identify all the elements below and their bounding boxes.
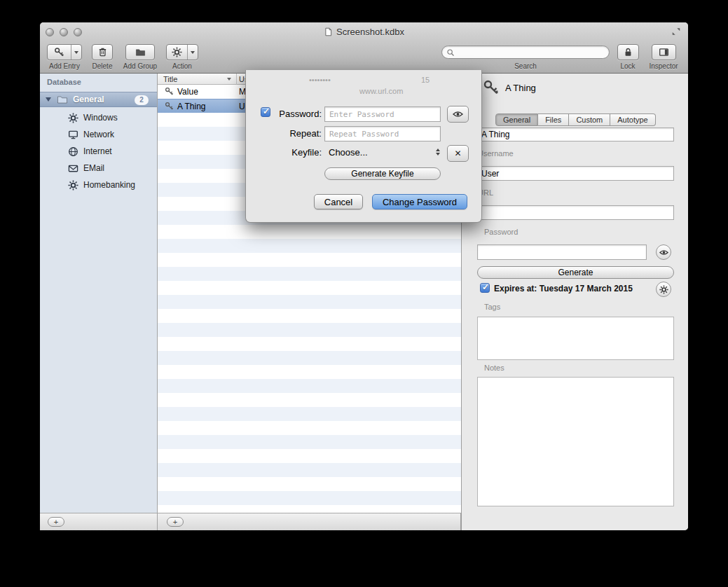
sidebar-item-network[interactable]: Network [40,126,157,143]
tab-files[interactable]: Files [538,113,569,126]
group-label: EMail [83,163,104,173]
inspector-tabs: General Files Custom Autotype [495,113,656,126]
search-field[interactable] [441,46,610,59]
inspector-button[interactable] [652,44,676,60]
action-label: Action [158,62,207,70]
gear-icon [167,45,187,60]
delete-button[interactable] [92,44,113,60]
new-password-input[interactable] [324,106,441,122]
eye-icon [659,248,668,257]
sidebar-item-homebanking[interactable]: Homebanking [40,177,157,193]
window-title: Screenshot.kdbx [336,27,404,37]
search-icon [446,48,455,57]
tags-field[interactable] [477,317,674,360]
password-label: Password [484,228,518,236]
folder-plus-icon [126,45,154,60]
column-divider[interactable] [236,74,237,85]
generate-password-button[interactable]: Generate [477,266,674,279]
disclosure-triangle-icon[interactable] [46,97,51,102]
key-icon [165,87,174,96]
sidebar-footer: + [40,513,158,530]
reveal-password-button[interactable] [447,106,469,123]
popup-stepper-icon[interactable] [436,149,440,156]
entry-title: A Thing [177,102,205,111]
notes-field[interactable] [477,377,674,506]
sort-indicator-icon [227,78,231,81]
cancel-button[interactable]: Cancel [314,194,363,209]
inspector-label: Inspector [639,62,688,70]
notes-label: Notes [484,364,504,372]
password-field[interactable] [477,244,647,260]
add-entry-dropdown-arrow[interactable] [71,45,81,60]
peek-password-dots: •••••••• [309,76,331,84]
add-group-button[interactable] [125,44,155,60]
entry-title: Value [177,87,198,97]
column-header-title[interactable]: Title [163,75,177,83]
password-label: Password: [259,109,322,119]
expires-label: Expires at: Tuesday 17 March 2015 [494,284,633,294]
username-field[interactable] [477,166,674,181]
inspector-panel-icon [652,45,675,60]
group-label: Internet [83,146,112,156]
reveal-password-button[interactable] [656,244,671,260]
monitor-icon [68,130,78,140]
group-label: Network [83,130,114,139]
repeat-label: Repeat: [259,128,322,139]
action-button[interactable] [166,44,198,60]
action-dropdown-arrow[interactable] [187,45,198,60]
entry-key-icon [483,79,500,96]
entry-list-footer: + [158,513,461,530]
globe-icon [68,146,78,157]
eye-icon [453,111,463,118]
gear-icon [68,180,78,191]
title-field[interactable] [477,127,674,141]
group-label: Windows [83,113,118,123]
desktop: Screenshot.kdbx Add Entry Delete Add Gro… [0,0,728,587]
search-input[interactable] [458,47,605,57]
lock-icon [618,45,638,60]
generate-keyfile-button[interactable]: Generate Keyfile [324,167,441,180]
toolbar: Add Entry Delete Add Group Action [40,41,688,74]
expires-checkbox[interactable] [480,283,490,293]
fullscreen-icon[interactable] [671,27,681,36]
add-entry-plus-button[interactable]: + [167,517,184,527]
tab-general[interactable]: General [495,113,538,126]
inspector-panel: A Thing General Files Custom Autotype Us… [461,74,688,530]
expires-settings-button[interactable] [656,282,671,297]
search-label: Search [501,62,550,70]
folder-icon [57,94,68,105]
key-icon [48,45,71,60]
peek-modified-value: 15 [421,76,430,84]
app-window: Screenshot.kdbx Add Entry Delete Add Gro… [40,22,688,530]
sidebar-section-header: Database [47,78,81,86]
keyfile-popup[interactable]: Choose... [329,147,368,158]
add-group-plus-button[interactable]: + [48,517,64,527]
tab-autotype[interactable]: Autotype [610,113,655,126]
lock-button[interactable] [617,44,639,60]
sidebar: Database General 2 Windows Network Inter… [40,74,158,513]
change-password-dialog: •••••••• 15 www.url.com Password: Repeat… [245,70,482,223]
url-field[interactable] [477,205,674,220]
add-entry-button[interactable] [47,44,82,60]
sidebar-item-general[interactable]: General 2 [40,92,157,107]
window-header: Screenshot.kdbx Add Entry Delete Add Gro… [40,22,688,74]
envelope-icon [68,163,78,174]
group-label: Homebanking [83,180,135,190]
trash-icon [92,45,112,60]
username-label: Username [478,149,514,158]
repeat-password-input[interactable] [324,126,441,141]
titlebar: Screenshot.kdbx [40,25,688,38]
group-label: General [73,95,104,104]
sidebar-item-internet[interactable]: Internet [40,143,157,160]
keyfile-label: Keyfile: [259,147,322,158]
key-icon [165,102,174,111]
entry-count-badge: 2 [135,95,149,105]
sidebar-item-windows[interactable]: Windows [40,109,157,126]
change-password-button[interactable]: Change Password [372,194,467,209]
sidebar-item-email[interactable]: EMail [40,160,157,177]
tags-label: Tags [484,303,500,311]
gear-icon [659,285,668,294]
clear-keyfile-button[interactable]: ✕ [447,145,469,162]
inspector-entry-title: A Thing [505,83,536,93]
tab-custom[interactable]: Custom [569,113,610,126]
